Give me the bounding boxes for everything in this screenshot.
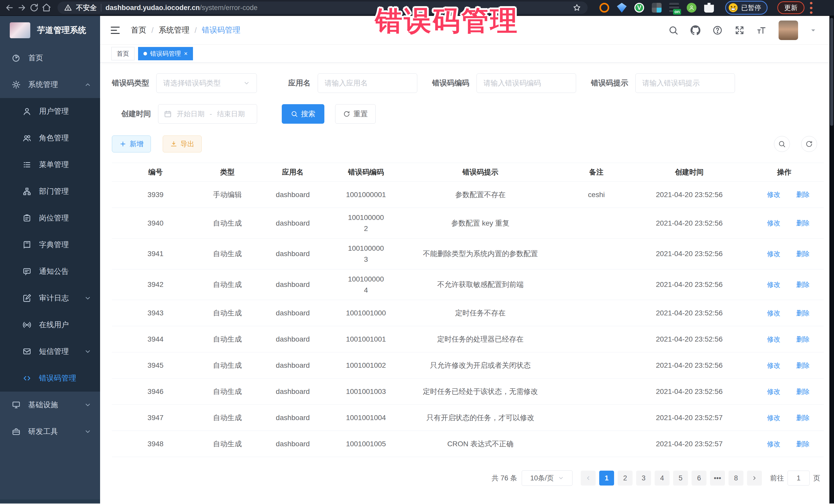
extension-icon[interactable] [599,3,609,13]
sidebar-item-notice[interactable]: 通知公告 [0,258,100,285]
page-size-select[interactable]: 10条/页 [522,470,572,486]
delete-button[interactable]: 删除 [788,249,810,259]
tag-错误码管理[interactable]: 错误码管理× [138,47,193,60]
sidebar-item-home[interactable]: 首页 [0,45,100,71]
font-size-icon[interactable] [756,25,767,36]
delete-button[interactable]: 删除 [788,334,810,344]
edit-button[interactable]: 修改 [759,280,781,290]
search-icon[interactable] [668,25,679,36]
scrollbar-thumb[interactable] [830,18,833,126]
profile-paused-chip[interactable]: 已暂停 [725,1,768,15]
sidebar-item-system-management[interactable]: 系统管理 [0,71,100,98]
reload-icon[interactable] [29,3,39,13]
edit-button[interactable]: 修改 [759,190,781,200]
toggle-search-button[interactable] [774,136,790,152]
delete-button[interactable]: 删除 [788,308,810,318]
plus-icon [119,140,127,148]
edit-button[interactable]: 修改 [759,413,781,423]
calendar-icon [164,110,172,118]
date-range-picker[interactable]: 开始日期 - 结束日期 [158,104,257,124]
edit-icon [759,220,765,226]
export-button[interactable]: 导出 [163,135,202,152]
close-icon[interactable]: × [184,50,188,57]
help-icon[interactable] [712,25,723,36]
page-button-4[interactable]: 4 [655,470,670,485]
bookmark-star-icon[interactable] [573,4,581,12]
cell-hint: CRON 表达式不正确 [402,434,559,454]
edit-button[interactable]: 修改 [759,360,781,371]
delete-button[interactable]: 删除 [788,190,810,200]
hamburger-icon[interactable] [110,25,120,36]
goto-page-input[interactable] [788,470,810,485]
edit-button[interactable]: 修改 [759,387,781,397]
avatar[interactable] [778,21,798,40]
page-button-3[interactable]: 3 [636,470,651,485]
extension-icon[interactable]: on [669,3,679,13]
delete-button[interactable]: 删除 [788,387,810,397]
tag-首页[interactable]: 首页 [111,47,134,60]
browser-update-button[interactable]: 更新 [777,1,805,14]
fullscreen-icon[interactable] [734,25,745,36]
reset-button[interactable]: 重置 [335,104,376,124]
error-code-input[interactable] [477,73,576,93]
search-button[interactable]: 搜索 [282,104,324,124]
sidebar-item-post-management[interactable]: 岗位管理 [0,205,100,232]
add-button[interactable]: 新增 [112,135,151,152]
page-button-1[interactable]: 1 [599,470,614,485]
delete-button[interactable]: 删除 [788,218,810,228]
delete-icon [788,441,794,447]
app-name-input[interactable] [318,73,417,93]
sidebar-item-dict-management[interactable]: 字典管理 [0,232,100,258]
edit-button[interactable]: 修改 [759,308,781,318]
extensions-puzzle-icon[interactable] [704,3,714,13]
chevron-down-icon[interactable] [810,27,816,34]
breadcrumb-item[interactable]: 首页 [131,25,146,36]
home-icon[interactable] [42,3,51,13]
delete-button[interactable]: 删除 [788,280,810,290]
sidebar-item-audit-log[interactable]: 审计日志 [0,285,100,311]
cell-code: 1001001004 [330,408,402,427]
sidebar-item-dev-tools[interactable]: 研发工具 [0,418,100,445]
page-button-2[interactable]: 2 [618,470,633,485]
refresh-table-button[interactable] [801,136,817,152]
scrollbar[interactable] [829,16,834,503]
cell-remark [559,335,634,343]
forward-icon[interactable] [17,3,27,13]
delete-button[interactable]: 删除 [788,360,810,371]
edit-button[interactable]: 修改 [759,439,781,449]
sidebar-item-dept-management[interactable]: 部门管理 [0,178,100,205]
edit-button[interactable]: 修改 [759,249,781,259]
browser-menu-icon[interactable]: ••• [810,1,813,15]
edit-button[interactable]: 修改 [759,334,781,344]
back-icon[interactable] [5,3,14,13]
sidebar-item-menu-management[interactable]: 菜单管理 [0,151,100,178]
extension-icon[interactable] [687,3,697,13]
prev-page-button[interactable] [581,470,596,485]
github-icon[interactable] [690,25,701,36]
error-hint-input[interactable] [635,73,735,93]
sidebar-item-infrastructure[interactable]: 基础设施 [0,392,100,418]
page-button-8[interactable]: 8 [728,470,743,485]
page-button-6[interactable]: 6 [692,470,706,485]
more-pages-button[interactable]: ••• [710,470,725,485]
sidebar-item-error-code-management[interactable]: 错误码管理 [0,365,100,392]
sidebar-item-sms-management[interactable]: 短信管理 [0,338,100,365]
cell-remark [559,219,634,227]
edit-button[interactable]: 修改 [759,218,781,228]
extension-icon[interactable]: V [634,3,644,13]
cell-time: 2021-04-20 23:52:56 [634,214,745,233]
delete-button[interactable]: 删除 [788,413,810,423]
breadcrumb-item[interactable]: 系统管理 [159,25,190,36]
sidebar-item-user-management[interactable]: 用户管理 [0,98,100,125]
page-button-5[interactable]: 5 [673,470,688,485]
sidebar-item-online-user[interactable]: 在线用户 [0,311,100,338]
extension-icon[interactable] [617,3,627,13]
error-type-select[interactable]: 请选择错误码类型 [156,73,257,93]
delete-button[interactable]: 删除 [788,439,810,449]
extension-icon[interactable] [652,3,662,13]
app-logo-row[interactable]: 芋道管理系统 [0,16,100,45]
next-page-button[interactable] [747,470,762,485]
emoji-face-icon [728,3,738,13]
extension-row: V on [599,3,714,13]
sidebar-item-role-management[interactable]: 角色管理 [0,125,100,151]
